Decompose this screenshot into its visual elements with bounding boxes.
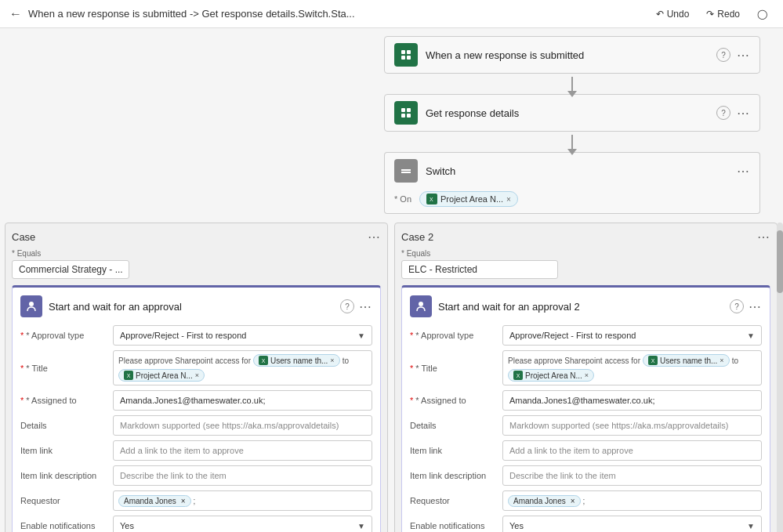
tag-excel-icon-proj-2: X (513, 371, 523, 380)
svg-point-12 (29, 302, 34, 306)
item-link-desc-input-2[interactable]: Describe the link to the item (502, 465, 762, 486)
approval2-more[interactable]: ⋯ (749, 299, 762, 314)
undo-button[interactable]: ↶ Undo (650, 5, 696, 23)
approval2-help[interactable]: ? (730, 299, 744, 313)
approval1-header: Start and wait for an approval ? ⋯ (20, 295, 372, 317)
item-link-desc-input-1[interactable]: Describe the link to the item (113, 465, 372, 486)
arrow-2 (384, 135, 760, 150)
step2-more[interactable]: ⋯ (737, 106, 750, 121)
field-row-approval-type-2: * Approval type Approve/Reject - First t… (410, 325, 762, 346)
approval-type-label-2: * Approval type (410, 331, 496, 340)
on-value-remove[interactable]: × (506, 195, 511, 204)
details-input-1[interactable]: Markdown supported (see https://aka.ms/a… (113, 415, 372, 436)
on-label: * On (394, 194, 411, 204)
field-row-requestor-1: Requestor Amanda Jones × ; (20, 490, 372, 511)
svg-rect-7 (407, 114, 411, 118)
breadcrumb-title: When a new response is submitted -> Get … (28, 8, 643, 20)
case-panel-1: Case ⋯ * Equals Start and wait for an ap… (5, 223, 388, 532)
requestor-pill-2[interactable]: Amanda Jones × (508, 495, 581, 507)
requestor-pills-2[interactable]: Amanda Jones × ; (502, 490, 762, 511)
field-row-details-1: Details Markdown supported (see https://… (20, 415, 372, 436)
assigned-input-1[interactable]: Amanda.Jones1@thameswater.co.uk; (113, 390, 372, 411)
svg-point-13 (419, 302, 423, 306)
more-options-button[interactable]: ◯ (751, 5, 774, 23)
assigned-label-1: * Assigned to (20, 396, 107, 405)
field-row-assigned-2: * Assigned to Amanda.Jones1@thameswater.… (410, 390, 762, 411)
field-row-item-link-2: Item link Add a link to the item to appr… (410, 440, 762, 461)
case2-equals-label: * Equals (401, 249, 770, 258)
back-button[interactable]: ← (9, 7, 22, 21)
title-pill-username-2[interactable]: X Users name th... × (643, 354, 730, 367)
case1-more[interactable]: ⋯ (368, 230, 381, 244)
details-label-1: Details (20, 421, 107, 430)
approval1-more[interactable]: ⋯ (359, 299, 372, 314)
requestor-label-2: Requestor (410, 496, 496, 505)
field-row-title-2: * Title Please approve Sharepoint access… (410, 350, 762, 385)
case2-more[interactable]: ⋯ (757, 230, 770, 244)
enable-notif-chevron-1: ▼ (357, 522, 365, 530)
scrollbar-thumb[interactable] (777, 230, 783, 293)
step3-more[interactable]: ⋯ (737, 164, 750, 179)
flow-canvas: When a new response is submitted ? ⋯ Get… (0, 28, 783, 532)
enable-notif-select-1[interactable]: Yes ▼ (113, 516, 372, 532)
title-pills-1[interactable]: Please approve Sharepoint access for X U… (113, 350, 372, 385)
approval-type-label-1: * Approval type (20, 331, 107, 340)
step-switch: Switch ⋯ (384, 152, 760, 189)
title-pill-project-1[interactable]: X Project Area N... × (118, 369, 205, 382)
case1-title: Case (12, 231, 35, 243)
title-label-2: * Title (410, 364, 496, 373)
svg-rect-0 (401, 50, 405, 54)
case2-equals-input[interactable] (401, 260, 558, 279)
item-link-input-1[interactable]: Add a link to the item to approve (113, 440, 372, 461)
step2-help[interactable]: ? (716, 106, 730, 120)
svg-rect-2 (401, 56, 405, 60)
title-pills-2[interactable]: Please approve Sharepoint access for X U… (502, 350, 762, 385)
on-value-pill[interactable]: X Project Area N... × (419, 191, 518, 207)
case1-equals-input[interactable] (12, 260, 129, 279)
enable-notif-select-2[interactable]: Yes ▼ (502, 516, 762, 532)
case-panel-2: Case 2 ⋯ * Equals Start and wait for an … (394, 223, 778, 532)
approval-type-select-1[interactable]: Approve/Reject - First to respond ▼ (113, 325, 372, 346)
more-icon: ◯ (757, 9, 767, 20)
step1-more[interactable]: ⋯ (737, 48, 750, 63)
cases-row: Case ⋯ * Equals Start and wait for an ap… (5, 223, 778, 532)
scrollbar[interactable] (777, 223, 783, 532)
title-pill-project-2[interactable]: X Project Area N... × (508, 369, 594, 382)
item-link-label-2: Item link (410, 446, 496, 455)
enable-notif-chevron-2: ▼ (747, 522, 755, 530)
step2-title: Get response details (426, 107, 519, 119)
switch-on-row: * On X Project Area N... × (384, 188, 760, 214)
item-link-label-1: Item link (20, 446, 107, 455)
case2-header: Case 2 ⋯ (401, 230, 770, 244)
svg-text:X: X (430, 197, 433, 202)
svg-rect-4 (401, 108, 405, 112)
tag-excel-icon-2: X (648, 356, 658, 365)
approval2-title: Start and wait for an approval 2 (438, 301, 580, 313)
svg-rect-3 (407, 56, 411, 60)
step1-help[interactable]: ? (716, 48, 730, 62)
details-label-2: Details (410, 421, 496, 430)
field-row-enable-notif-1: Enable notifications Yes ▼ (20, 516, 372, 532)
svg-rect-1 (407, 50, 411, 54)
approval-type-select-2[interactable]: Approve/Reject - First to respond ▼ (502, 325, 762, 346)
requestor-pill-1[interactable]: Amanda Jones × (118, 495, 191, 507)
requestor-pills-1[interactable]: Amanda Jones × ; (113, 490, 372, 511)
item-link-desc-label-1: Item link description (20, 471, 107, 480)
svg-rect-6 (401, 114, 405, 118)
assigned-input-2[interactable]: Amanda.Jones1@thameswater.co.uk; (502, 390, 762, 411)
approval-block-2: Start and wait for an approval 2 ? ⋯ * A… (401, 285, 770, 532)
top-bar-actions: ↶ Undo ↷ Redo ◯ (650, 5, 774, 23)
approval1-help[interactable]: ? (340, 299, 354, 313)
field-row-enable-notif-2: Enable notifications Yes ▼ (410, 516, 762, 532)
details-input-2[interactable]: Markdown supported (see https://aka.ms/a… (502, 415, 762, 436)
redo-button[interactable]: ↷ Redo (700, 5, 746, 23)
on-value-text: Project Area N... (440, 194, 503, 204)
flow-steps-area: When a new response is submitted ? ⋯ Get… (384, 36, 760, 214)
title-pill-username-1[interactable]: X Users name th... × (253, 354, 340, 367)
field-row-item-link-desc-1: Item link description Describe the link … (20, 465, 372, 486)
item-link-input-2[interactable]: Add a link to the item to approve (502, 440, 762, 461)
step1-icon (394, 43, 418, 67)
pill-excel-icon: X (426, 194, 437, 204)
tag-excel-icon-proj-1: X (124, 371, 133, 380)
approval-type-chevron-2: ▼ (747, 331, 755, 340)
